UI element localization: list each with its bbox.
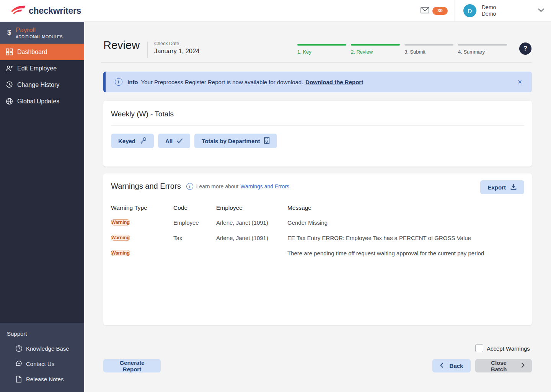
cell-message: There are pending time off request waiti… [287,250,524,256]
step-key[interactable]: 1. Key [297,44,346,55]
checkwriters-logo: checkwriters [0,5,81,16]
module-title: Payroll [16,26,63,34]
history-icon [5,81,13,88]
check-icon [177,138,183,144]
check-date-value: January 1, 2024 [154,47,199,55]
all-button[interactable]: All [158,134,190,148]
sidebar-item-release-notes[interactable]: Release Notes [0,371,84,387]
main-content: Review Check Date January 1, 2024 1. Key… [84,22,551,392]
globe-icon [5,98,13,105]
user-name: Demo Demo [482,4,496,17]
sidebar-item-edit-employee[interactable]: Edit Employee [0,60,84,77]
column-header-code: Code [173,204,216,211]
sidebar-item-change-history[interactable]: Change History [0,77,84,93]
back-button[interactable]: Back [432,359,471,372]
messages-button[interactable]: 30 [421,7,455,15]
download-icon [510,183,517,191]
sidebar-item-label: Global Updates [17,98,59,105]
column-header-warning-type: Warning Type [111,204,173,211]
warning-badge: Warning [111,235,130,241]
accept-warnings-label: Accept Warnings [487,345,530,352]
mail-icon [421,7,429,15]
person-add-icon [5,65,13,72]
step-review[interactable]: 2. Review [351,44,400,55]
step-bar [297,44,346,46]
warnings-card-title: Warnings and Errors [111,182,181,191]
sidebar-item-label: Dashboard [17,49,47,56]
logo-text: checkwriters [29,6,81,16]
top-header: checkwriters 30 D Demo Demo [0,0,551,22]
step-bar [404,44,453,46]
close-icon[interactable]: × [518,78,522,86]
cell-employee: Arlene, Janet (1091) [216,219,287,226]
cell-code: Employee [173,219,216,226]
info-banner: i Info Your Preprocess Register Report i… [103,72,532,92]
building-icon [264,137,270,145]
cell-message: EE Tax Entry ERROR: Employee Tax has a P… [287,235,524,241]
stepper: 1. Key 2. Review 3. Submit 4. Summary [297,44,507,55]
check-date-label: Check Date [154,41,199,46]
chevron-left-icon [440,363,443,369]
step-submit[interactable]: 3. Submit [404,44,453,55]
sidebar-item-label: Edit Employee [17,65,57,72]
totals-card: Weekly (W) - Totals Keyed All [103,101,532,167]
step-bar [458,44,507,46]
header-divider [101,62,532,63]
column-header-message: Message [287,204,524,211]
totals-by-department-button[interactable]: Totals by Department [194,134,277,148]
accept-warnings-checkbox[interactable] [475,344,483,352]
sidebar-item-global-updates[interactable]: Global Updates [0,93,84,109]
warning-badge: Warning [111,219,130,225]
keyed-button[interactable]: Keyed [111,134,154,148]
support-item-label: Knowledge Base [26,345,69,352]
document-icon [15,376,23,383]
sidebar-item-dashboard[interactable]: Dashboard [0,44,84,60]
chevron-down-icon [537,7,545,14]
sidebar: $ Payroll ADDITIONAL MODULES Dashboard E… [0,22,84,392]
step-bar [351,44,400,46]
title-divider [147,42,148,58]
logo-swoosh-icon [11,5,26,16]
cell-code: Tax [173,235,216,241]
sidebar-item-knowledge-base[interactable]: Knowledge Base [0,341,84,356]
support-title: Support [0,330,84,337]
column-header-employee: Employee [216,204,287,211]
cell-message: Gender Missing [287,219,524,226]
avatar: D [463,4,476,17]
banner-message: Your Preprocess Register Report is now a… [141,79,303,85]
warning-badge: Warning [111,250,130,256]
user-menu[interactable]: D Demo Demo [455,0,551,21]
dollar-icon: $ [5,29,13,37]
step-summary[interactable]: 4. Summary [458,44,507,55]
check-date: Check Date January 1, 2024 [154,41,199,55]
module-subtitle: ADDITIONAL MODULES [16,34,63,39]
warnings-table: Warning Type Code Employee Message Warni… [111,201,524,261]
page-title: Review [103,39,140,52]
cell-employee: Arlene, Janet (1091) [216,235,287,241]
close-batch-button[interactable]: Close Batch [475,359,532,372]
banner-tag: Info [127,79,138,85]
mail-count-badge: 30 [432,7,448,15]
learn-more-text: Learn more about [196,183,239,189]
warnings-and-errors-link[interactable]: Warnings and Errors. [240,183,291,189]
export-button[interactable]: Export [480,180,524,194]
chevron-right-icon [521,363,525,369]
support-item-label: Contact Us [26,361,54,367]
question-circle-icon [15,345,23,352]
support-section: Support Knowledge Base Contact Us [0,323,84,392]
download-report-link[interactable]: Download the Report [305,79,363,85]
key-icon [140,137,147,145]
generate-report-button[interactable]: Generate Report [103,359,161,372]
module-header-payroll[interactable]: $ Payroll ADDITIONAL MODULES [0,22,84,44]
warnings-card: Warnings and Errors i Learn more about W… [103,173,532,325]
table-row: Warning Tax Arlene, Janet (1091) EE Tax … [111,230,524,245]
info-icon: i [115,78,122,86]
info-icon: i [186,183,193,190]
grid-icon [5,48,13,56]
table-row: Warning Employee Arlene, Janet (1091) Ge… [111,215,524,230]
sidebar-item-label: Change History [17,82,59,88]
divider [111,125,524,126]
help-button[interactable]: ? [519,42,531,55]
chat-icon [15,360,23,367]
sidebar-item-contact-us[interactable]: Contact Us [0,356,84,371]
